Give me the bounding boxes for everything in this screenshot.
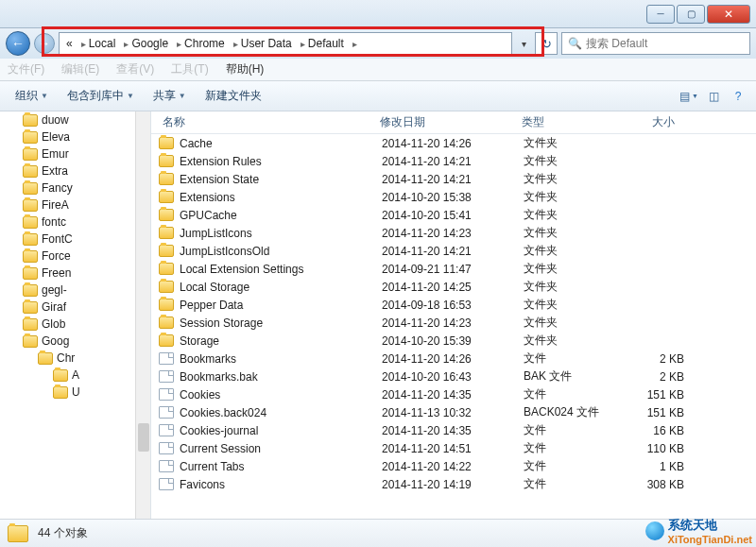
- file-row[interactable]: Bookmarks2014-11-20 14:26文件2 KB: [151, 350, 756, 368]
- search-input[interactable]: 🔍 搜索 Default: [561, 32, 750, 55]
- globe-icon: [645, 521, 664, 540]
- folder-icon: [8, 525, 28, 542]
- forward-button[interactable]: →: [34, 33, 55, 54]
- tree-item[interactable]: U: [23, 384, 150, 401]
- file-row[interactable]: JumpListIcons2014-11-20 14:23文件夹: [151, 224, 756, 242]
- tree-item[interactable]: FontC: [23, 231, 150, 248]
- folder-icon: [53, 386, 68, 399]
- tree-item[interactable]: Freen: [23, 265, 150, 282]
- file-icon: [159, 388, 174, 401]
- file-row[interactable]: GPUCache2014-10-20 15:41文件夹: [151, 206, 756, 224]
- file-row[interactable]: Current Session2014-11-20 14:51文件110 KB: [151, 439, 756, 457]
- maximize-button[interactable]: ▢: [677, 5, 705, 24]
- menu-item[interactable]: 查看(V): [116, 61, 154, 77]
- breadcrumb-item[interactable]: ▸Local: [76, 37, 119, 50]
- breadcrumb-tail: ▸: [347, 39, 363, 49]
- close-button[interactable]: ✕: [707, 5, 750, 24]
- search-placeholder: 搜索 Default: [586, 36, 647, 52]
- breadcrumb-item[interactable]: ▸Google: [118, 37, 171, 50]
- include-in-library-button[interactable]: 包含到库中▼: [60, 85, 142, 107]
- col-date[interactable]: 修改日期: [376, 114, 518, 130]
- file-row[interactable]: JumpListIconsOld2014-11-20 14:21文件夹: [151, 242, 756, 260]
- col-type[interactable]: 类型: [518, 114, 612, 130]
- refresh-button[interactable]: ↻: [535, 32, 558, 55]
- chevron-right-icon: ▸: [350, 39, 360, 49]
- content-area: duowElevaEmurExtraFancyFireAfontcFontCFo…: [0, 111, 756, 519]
- file-row[interactable]: Current Tabs2014-11-20 14:22文件1 KB: [151, 457, 756, 475]
- file-row[interactable]: Cookies-journal2014-11-20 14:35文件16 KB: [151, 421, 756, 439]
- preview-pane-button[interactable]: ◫: [703, 86, 724, 107]
- folder-icon: [159, 299, 174, 311]
- organize-button[interactable]: 组织▼: [8, 85, 56, 107]
- file-row[interactable]: Session Storage2014-11-20 14:23文件夹: [151, 314, 756, 332]
- back-button[interactable]: ←: [6, 31, 30, 56]
- file-row[interactable]: Local Extension Settings2014-09-21 11:47…: [151, 260, 756, 278]
- folder-tree[interactable]: duowElevaEmurExtraFancyFireAfontcFontCFo…: [0, 111, 151, 519]
- file-row[interactable]: Extension State2014-11-20 14:21文件夹: [151, 170, 756, 188]
- file-row[interactable]: Bookmarks.bak2014-10-20 16:43BAK 文件2 KB: [151, 368, 756, 385]
- tree-item[interactable]: Emur: [23, 145, 150, 162]
- menu-item[interactable]: 工具(T): [171, 61, 208, 77]
- breadcrumb-item[interactable]: ▸User Data: [228, 37, 295, 50]
- share-button[interactable]: 共享▼: [146, 85, 194, 107]
- menu-item[interactable]: 帮助(H): [226, 61, 265, 77]
- file-row[interactable]: Cache2014-11-20 14:26文件夹: [151, 134, 756, 152]
- status-bar: 44 个对象: [0, 519, 756, 547]
- chevron-right-icon: ▸: [231, 39, 241, 49]
- folder-icon: [159, 227, 174, 239]
- menu-item[interactable]: 编辑(E): [61, 61, 99, 77]
- col-size[interactable]: 大小: [612, 114, 679, 130]
- help-button[interactable]: ?: [728, 86, 748, 107]
- tree-item[interactable]: fontc: [23, 214, 150, 231]
- tree-scroll-thumb[interactable]: [138, 423, 149, 452]
- breadcrumb-item[interactable]: ▸Chrome: [171, 37, 228, 50]
- tree-item[interactable]: Goog: [23, 333, 150, 350]
- breadcrumb-item[interactable]: ▸Default: [295, 37, 347, 50]
- file-icon: [159, 406, 174, 419]
- column-headers[interactable]: 名称 修改日期 类型 大小: [151, 111, 756, 134]
- file-row[interactable]: Local Storage2014-11-20 14:25文件夹: [151, 278, 756, 296]
- folder-icon: [23, 233, 38, 246]
- tree-item[interactable]: Chr: [23, 350, 150, 367]
- address-bar[interactable]: « ▸Local▸Google▸Chrome▸User Data▸Default…: [59, 32, 512, 55]
- tree-item[interactable]: Force: [23, 248, 150, 265]
- navigation-row: ← → « ▸Local▸Google▸Chrome▸User Data▸Def…: [0, 28, 756, 59]
- watermark-url: XiTongTianDi.net: [668, 534, 752, 545]
- tree-item[interactable]: Glob: [23, 316, 150, 333]
- tree-item[interactable]: A: [23, 367, 150, 384]
- folder-icon: [23, 284, 38, 297]
- folder-icon: [38, 352, 53, 365]
- status-count: 44 个对象: [38, 525, 88, 541]
- file-row[interactable]: Cookies2014-11-20 14:35文件151 KB: [151, 385, 756, 403]
- tree-item[interactable]: Eleva: [23, 128, 150, 145]
- file-row[interactable]: Pepper Data2014-09-18 16:53文件夹: [151, 296, 756, 314]
- file-row[interactable]: Extensions2014-10-20 15:38文件夹: [151, 188, 756, 206]
- folder-icon: [23, 250, 38, 263]
- minimize-button[interactable]: ─: [646, 5, 675, 24]
- tree-item[interactable]: Giraf: [23, 299, 150, 316]
- folder-icon: [23, 216, 38, 229]
- tree-item[interactable]: FireA: [23, 197, 150, 214]
- menu-item[interactable]: 文件(F): [8, 61, 44, 77]
- file-row[interactable]: Cookies.back0242014-11-13 10:32BACK024 文…: [151, 403, 756, 421]
- file-icon: [159, 442, 174, 454]
- tree-item[interactable]: Extra: [23, 162, 150, 179]
- new-folder-button[interactable]: 新建文件夹: [198, 85, 269, 107]
- address-dropdown[interactable]: ▾: [516, 39, 531, 49]
- folder-icon: [159, 137, 174, 149]
- tree-scrollbar[interactable]: [135, 111, 150, 519]
- tree-item[interactable]: gegl-: [23, 282, 150, 299]
- folder-icon: [23, 335, 38, 348]
- file-row[interactable]: Storage2014-10-20 15:39文件夹: [151, 332, 756, 350]
- tree-item[interactable]: Fancy: [23, 179, 150, 197]
- watermark-title: 系统天地: [668, 518, 717, 532]
- folder-icon: [53, 369, 68, 382]
- file-list[interactable]: Cache2014-11-20 14:26文件夹Extension Rules2…: [151, 134, 756, 519]
- view-options-button[interactable]: ▤▼: [679, 86, 699, 107]
- menubar: 文件(F)编辑(E)查看(V)工具(T)帮助(H): [0, 59, 756, 81]
- file-row[interactable]: Favicons2014-11-20 14:19文件308 KB: [151, 475, 756, 493]
- file-row[interactable]: Extension Rules2014-11-20 14:21文件夹: [151, 152, 756, 170]
- col-name[interactable]: 名称: [159, 114, 376, 130]
- tree-item[interactable]: duow: [23, 111, 150, 128]
- folder-icon: [159, 334, 174, 347]
